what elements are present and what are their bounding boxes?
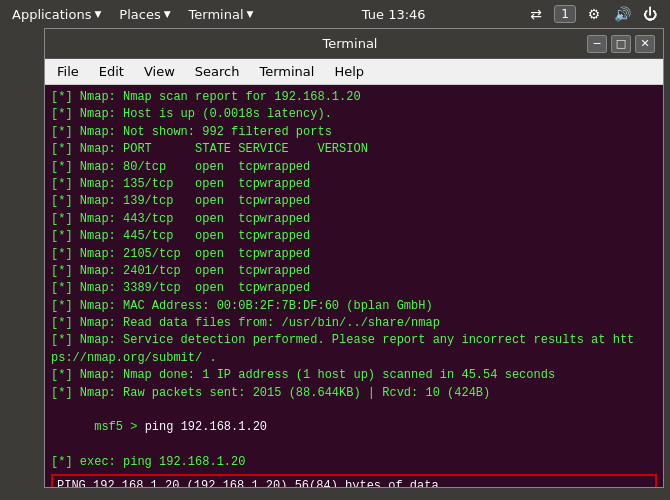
terminal-line: [*] Nmap: PORT STATE SERVICE VERSION bbox=[51, 141, 657, 158]
places-menu[interactable]: Places ▼ bbox=[111, 5, 178, 24]
menu-help[interactable]: Help bbox=[326, 62, 372, 81]
terminal-line: [*] Nmap: 135/tcp open tcpwrapped bbox=[51, 176, 657, 193]
applications-menu[interactable]: Applications ▼ bbox=[4, 5, 109, 24]
minimize-button[interactable]: ─ bbox=[587, 35, 607, 53]
terminal-line: [*] Nmap: Raw packets sent: 2015 (88.644… bbox=[51, 385, 657, 402]
terminal-label: Terminal bbox=[189, 7, 244, 22]
menu-edit[interactable]: Edit bbox=[91, 62, 132, 81]
terminal-line: [*] Nmap: 3389/tcp open tcpwrapped bbox=[51, 280, 657, 297]
menu-file[interactable]: File bbox=[49, 62, 87, 81]
maximize-button[interactable]: □ bbox=[611, 35, 631, 53]
terminal-line: [*] Nmap: Read data files from: /usr/bin… bbox=[51, 315, 657, 332]
terminal-line: [*] Nmap: Nmap scan report for 192.168.1… bbox=[51, 89, 657, 106]
terminal-arrow: ▼ bbox=[247, 9, 254, 19]
places-label: Places bbox=[119, 7, 160, 22]
terminal-line: [*] Nmap: 2401/tcp open tcpwrapped bbox=[51, 263, 657, 280]
terminal-line: [*] Nmap: 443/tcp open tcpwrapped bbox=[51, 211, 657, 228]
menu-view[interactable]: View bbox=[136, 62, 183, 81]
workspace-counter[interactable]: 1 bbox=[554, 5, 576, 23]
terminal-line: [*] Nmap: 80/tcp open tcpwrapped bbox=[51, 159, 657, 176]
system-bar-center: Tue 13:46 bbox=[261, 7, 526, 22]
title-controls: ─ □ ✕ bbox=[587, 35, 655, 53]
terminal-line: [*] Nmap: 139/tcp open tcpwrapped bbox=[51, 193, 657, 210]
terminal-line: ps://nmap.org/submit/ . bbox=[51, 350, 657, 367]
terminal-line: [*] Nmap: Service detection performed. P… bbox=[51, 332, 657, 349]
system-time: Tue 13:46 bbox=[362, 7, 426, 22]
volume-icon[interactable]: 🔊 bbox=[612, 4, 632, 24]
power-icon[interactable]: ⏻ bbox=[640, 4, 660, 24]
system-bar-right: ⇄ 1 ⚙ 🔊 ⏻ bbox=[526, 4, 666, 24]
terminal-line: [*] Nmap: Nmap done: 1 IP address (1 hos… bbox=[51, 367, 657, 384]
terminal-line: [*] Nmap: 445/tcp open tcpwrapped bbox=[51, 228, 657, 245]
menu-search[interactable]: Search bbox=[187, 62, 248, 81]
applications-arrow: ▼ bbox=[94, 9, 101, 19]
terminal-titlebar: Terminal ─ □ ✕ bbox=[45, 29, 663, 59]
terminal-content[interactable]: [*] Nmap: Nmap scan report for 192.168.1… bbox=[45, 85, 663, 487]
applications-label: Applications bbox=[12, 7, 91, 22]
ping-line-1: PING 192.168.1.20 (192.168.1.20) 56(84) … bbox=[57, 478, 651, 487]
network-icon: ⇄ bbox=[526, 4, 546, 24]
menu-terminal[interactable]: Terminal bbox=[251, 62, 322, 81]
places-arrow: ▼ bbox=[164, 9, 171, 19]
terminal-exec-line: [*] exec: ping 192.168.1.20 bbox=[51, 454, 657, 471]
settings-icon[interactable]: ⚙ bbox=[584, 4, 604, 24]
terminal-line: [*] Nmap: 2105/tcp open tcpwrapped bbox=[51, 246, 657, 263]
terminal-menu[interactable]: Terminal ▼ bbox=[181, 5, 262, 24]
menu-bar: File Edit View Search Terminal Help bbox=[45, 59, 663, 85]
terminal-prompt-line: msf5 > ping 192.168.1.20 bbox=[51, 402, 657, 454]
system-bar-left: Applications ▼ Places ▼ Terminal ▼ bbox=[4, 5, 261, 24]
prompt-command: ping 192.168.1.20 bbox=[145, 420, 267, 434]
terminal-line: [*] Nmap: MAC Address: 00:0B:2F:7B:DF:60… bbox=[51, 298, 657, 315]
highlighted-output: PING 192.168.1.20 (192.168.1.20) 56(84) … bbox=[51, 474, 657, 487]
terminal-window: Terminal ─ □ ✕ File Edit View Search Ter… bbox=[44, 28, 664, 488]
terminal-line: [*] Nmap: Host is up (0.0018s latency). bbox=[51, 106, 657, 123]
terminal-line: [*] Nmap: Not shown: 992 filtered ports bbox=[51, 124, 657, 141]
prompt-label: msf5 > bbox=[94, 420, 144, 434]
close-button[interactable]: ✕ bbox=[635, 35, 655, 53]
system-bar: Applications ▼ Places ▼ Terminal ▼ Tue 1… bbox=[0, 0, 670, 28]
terminal-title: Terminal bbox=[113, 36, 587, 51]
